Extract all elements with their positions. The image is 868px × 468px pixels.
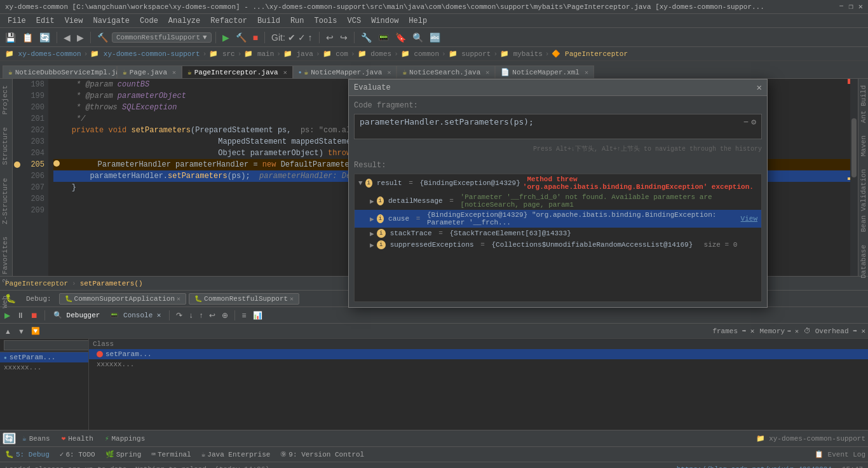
tab-noticedubboserviceimpl[interactable]: ☕ NoticeDubboServiceImpl.java ✕ [3, 65, 117, 78]
var-item-1[interactable]: setParam... [89, 349, 868, 359]
panel-tab-structure[interactable]: Structure [0, 121, 12, 171]
path-segment-6[interactable]: 📁 com [323, 50, 348, 58]
eval-settings-icon[interactable]: ⚙ [751, 117, 756, 127]
event-log-link[interactable]: 📋 Event Log [815, 450, 865, 458]
result-row-2[interactable]: ▶ i detailMessage = 'Parameter '__frch_i… [355, 192, 761, 210]
scrollbar-thumb[interactable] [851, 118, 857, 177]
path-segment-1[interactable]: 📁 xy-domes-common [5, 50, 81, 58]
window-controls[interactable]: − ❐ ✕ [839, 2, 863, 11]
debug-tab-commonsupport[interactable]: 🐛 CommonSupportApplication ✕ [59, 293, 186, 305]
debug-evaluate[interactable]: ⊕ [220, 310, 230, 320]
frames-filter-input[interactable] [4, 340, 89, 350]
path-segment-4[interactable]: 📁 main [244, 50, 274, 58]
menu-code[interactable]: Code [135, 15, 163, 27]
path-segment-8[interactable]: 📁 common [401, 50, 439, 58]
debug-pause[interactable]: ⏸ [15, 310, 26, 320]
bottom-nav-health[interactable]: ❤ Health [57, 433, 98, 444]
debug-up-btn[interactable]: ▲ [3, 327, 13, 336]
toolbar-terminal[interactable]: 📟 [376, 31, 391, 44]
bottom-tool-java-enterprise[interactable]: ☕ Java Enterprise [199, 449, 273, 460]
menu-edit[interactable]: Edit [31, 15, 60, 27]
toolbar-bookmark[interactable]: 🔖 [393, 31, 409, 44]
tab-noticesearch[interactable]: ☕ NoticeSearch.java ✕ [397, 65, 495, 78]
bottom-nav-refresh[interactable]: 🔄 [3, 432, 16, 444]
breadcrumb-method[interactable]: setParameters() [80, 280, 143, 287]
debug-subtab-console[interactable]: 📟 Console ✕ [106, 310, 165, 320]
panel-tab-database[interactable]: Database [858, 238, 868, 285]
debug-stop[interactable]: ⏹ [29, 310, 40, 320]
project-selector[interactable]: CommonRestfulSupport ▼ [112, 32, 212, 43]
path-segment-7[interactable]: 📁 domes [358, 50, 392, 58]
panel-tab-ant-build[interactable]: Ant Build [858, 79, 868, 129]
result-expand-4[interactable]: ▶ [370, 230, 374, 238]
bottom-nav-beans[interactable]: ☕ Beans [17, 433, 55, 444]
toolbar-forward[interactable]: ▶ [74, 31, 86, 44]
debug-filter-btn[interactable]: 🔽 [29, 326, 42, 336]
debug-threads[interactable]: 📊 [251, 310, 264, 320]
tab-pageinterceptor[interactable]: ☕ PageInterceptor.java ✕ [182, 65, 293, 78]
bottom-nav-mappings[interactable]: ⚡ Mappings [100, 433, 150, 444]
toolbar-type[interactable]: 🔤 [427, 31, 443, 44]
var-item-2[interactable]: xxxxxx... [89, 359, 868, 369]
toolbar-build2[interactable]: 🔨 [233, 31, 249, 44]
toolbar-undo[interactable]: ↩ [323, 31, 336, 44]
debug-step-over[interactable]: ↷ [174, 310, 184, 320]
panel-tab-project[interactable]: Project [0, 79, 12, 121]
menu-refactor[interactable]: Refactor [205, 15, 252, 27]
debug-down-btn[interactable]: ▼ [16, 327, 27, 336]
toolbar-hammer[interactable]: 🔨 [95, 31, 111, 44]
tab-page[interactable]: ☕ Page.java ✕ [117, 65, 182, 78]
tab-close-2[interactable]: ✕ [172, 69, 176, 76]
bottom-tool-todo[interactable]: ✓ 6: TODO [57, 449, 98, 460]
toolbar-stop[interactable]: ■ [250, 31, 261, 44]
toolbar-save2[interactable]: 📋 [20, 31, 36, 44]
toolbar-run[interactable]: ▶ [220, 31, 232, 44]
memory-label[interactable]: Memory [759, 327, 785, 335]
menu-build[interactable]: Build [252, 15, 285, 27]
eval-code-input[interactable]: parameterHandler.setParameters(ps); ⚙ − [354, 114, 762, 139]
project-dropdown-icon[interactable]: ▼ [203, 34, 207, 41]
menu-analyze[interactable]: Analyze [163, 15, 205, 27]
menu-navigate[interactable]: Navigate [88, 15, 135, 27]
menu-file[interactable]: File [3, 15, 31, 27]
frame-item-1[interactable]: ● setParam... [0, 352, 88, 362]
toolbar-settings[interactable]: 🔧 [358, 31, 374, 44]
tab-noticemapper-java[interactable]: ● ☕ NoticeMapper.java ✕ [293, 65, 397, 78]
toolbar-search[interactable]: 🔍 [410, 31, 426, 44]
memory-dropdown[interactable]: ➡ ✕ [787, 327, 799, 335]
tab-close-4[interactable]: ✕ [387, 69, 391, 76]
debug-step-out[interactable]: ↑ [197, 310, 205, 320]
result-view-link-3[interactable]: View [741, 215, 757, 223]
toolbar-back[interactable]: ◀ [61, 31, 73, 44]
toolbar-save[interactable]: 💾 [3, 31, 18, 44]
toolbar-git[interactable]: Git: ✔ ✓ ↑ [269, 31, 315, 44]
result-row-5[interactable]: ▶ i suppressedExceptions = {Collections$… [355, 239, 761, 251]
debug-subtab-debugger[interactable]: 🔍 Debugger [50, 310, 104, 320]
tab-close-5[interactable]: ✕ [485, 69, 489, 76]
maximize-button[interactable]: ❐ [849, 2, 853, 11]
path-segment-2[interactable]: 📁 xy-domes-common-support [90, 50, 200, 58]
panel-tab-bean-validation[interactable]: Bean Validation [858, 163, 868, 238]
toolbar-sync[interactable]: 🔄 [37, 31, 53, 44]
result-expand-1[interactable]: ▼ [358, 179, 363, 187]
menu-vcs[interactable]: VCS [342, 15, 367, 27]
eval-close-button[interactable]: ✕ [757, 82, 762, 93]
debug-step-into[interactable]: ↓ [187, 310, 194, 320]
path-segment-9[interactable]: 📁 support [449, 50, 491, 58]
result-row-4[interactable]: ▶ i stackTrace = {StackTraceElement[63]@… [355, 228, 761, 239]
panel-tab-favorites[interactable]: 2 Favorites [0, 230, 12, 289]
toolbar-redo[interactable]: ↪ [337, 31, 350, 44]
panel-tab-maven[interactable]: Maven [858, 129, 868, 163]
result-row-3[interactable]: ▶ i cause = {BindingException@14329} "or… [355, 210, 761, 228]
panel-tab-z-structure[interactable]: Z-Structure [0, 172, 12, 231]
bottom-tool-spring[interactable]: 🌿 Spring [103, 449, 144, 460]
eval-minus-icon[interactable]: − [743, 117, 749, 127]
menu-run[interactable]: Run [285, 15, 309, 27]
debug-frames[interactable]: ≡ [240, 310, 248, 320]
menu-view[interactable]: View [60, 15, 88, 27]
menu-window[interactable]: Window [366, 15, 403, 27]
status-url[interactable]: https://blog.csdn.net/weixin_43648994 [677, 465, 832, 469]
scrollbar-track[interactable] [850, 79, 858, 276]
result-expand-3[interactable]: ▶ [370, 215, 374, 223]
path-segment-3[interactable]: 📁 src [209, 50, 234, 58]
